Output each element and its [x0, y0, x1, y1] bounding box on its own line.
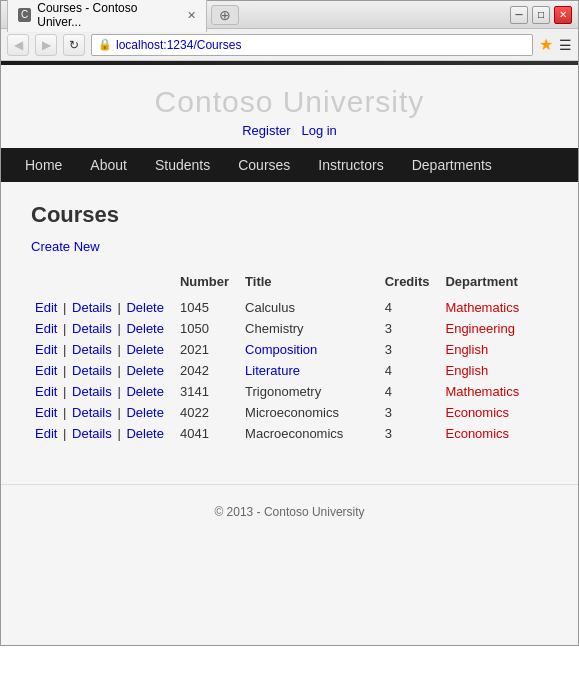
sep1: | [59, 363, 70, 378]
refresh-button[interactable]: ↻ [63, 34, 85, 56]
login-link[interactable]: Log in [301, 123, 336, 138]
footer-text: © 2013 - Contoso University [214, 505, 364, 519]
row-credits: 4 [381, 360, 442, 381]
edit-link[interactable]: Edit [35, 384, 57, 399]
details-link[interactable]: Details [72, 405, 112, 420]
row-title[interactable]: Composition [241, 339, 381, 360]
details-link[interactable]: Details [72, 384, 112, 399]
sep2: | [114, 384, 125, 399]
row-actions: Edit | Details | Delete [31, 318, 176, 339]
minimize-button[interactable]: ─ [510, 6, 528, 24]
edit-link[interactable]: Edit [35, 321, 57, 336]
row-title: Chemistry [241, 318, 381, 339]
details-link[interactable]: Details [72, 300, 112, 315]
delete-link[interactable]: Delete [126, 300, 164, 315]
col-header-actions [31, 270, 176, 297]
table-row: Edit | Details | Delete4022Microeconomic… [31, 402, 548, 423]
sep1: | [59, 384, 70, 399]
col-header-credits: Credits [381, 270, 442, 297]
bookmark-button[interactable]: ★ [539, 35, 553, 54]
delete-link[interactable]: Delete [126, 342, 164, 357]
sep2: | [114, 321, 125, 336]
row-credits: 3 [381, 339, 442, 360]
details-link[interactable]: Details [72, 342, 112, 357]
col-header-number: Number [176, 270, 241, 297]
row-actions: Edit | Details | Delete [31, 402, 176, 423]
details-link[interactable]: Details [72, 426, 112, 441]
edit-link[interactable]: Edit [35, 426, 57, 441]
row-credits: 3 [381, 402, 442, 423]
row-number: 4041 [176, 423, 241, 444]
row-number: 4022 [176, 402, 241, 423]
new-tab-button[interactable]: ⊕ [211, 5, 239, 25]
row-department: Engineering [441, 318, 548, 339]
auth-links: Register Log in [1, 123, 578, 138]
row-title: Calculus [241, 297, 381, 318]
details-link[interactable]: Details [72, 363, 112, 378]
row-actions: Edit | Details | Delete [31, 297, 176, 318]
row-credits: 4 [381, 297, 442, 318]
table-row: Edit | Details | Delete2042Literature4En… [31, 360, 548, 381]
window-controls: ─ □ ✕ [510, 6, 572, 24]
tab-close-button[interactable]: ✕ [187, 9, 196, 22]
nav-about[interactable]: About [76, 148, 141, 182]
sep1: | [59, 321, 70, 336]
row-actions: Edit | Details | Delete [31, 339, 176, 360]
table-row: Edit | Details | Delete1050Chemistry3Eng… [31, 318, 548, 339]
row-number: 1045 [176, 297, 241, 318]
table-row: Edit | Details | Delete2021Composition3E… [31, 339, 548, 360]
browser-tab[interactable]: C Courses - Contoso Univer... ✕ [7, 0, 207, 32]
row-title[interactable]: Literature [241, 360, 381, 381]
close-button[interactable]: ✕ [554, 6, 572, 24]
page-footer: © 2013 - Contoso University [1, 484, 578, 539]
page-header: Contoso University Register Log in [1, 65, 578, 148]
edit-link[interactable]: Edit [35, 342, 57, 357]
title-link[interactable]: Literature [245, 363, 300, 378]
nav-home[interactable]: Home [11, 148, 76, 182]
page-content: Contoso University Register Log in Home … [1, 65, 578, 645]
sep1: | [59, 405, 70, 420]
nav-departments[interactable]: Departments [398, 148, 506, 182]
maximize-button[interactable]: □ [532, 6, 550, 24]
delete-link[interactable]: Delete [126, 405, 164, 420]
menu-button[interactable]: ☰ [559, 37, 572, 53]
edit-link[interactable]: Edit [35, 300, 57, 315]
tab-favicon: C [18, 8, 31, 22]
row-number: 3141 [176, 381, 241, 402]
sep2: | [114, 363, 125, 378]
nav-courses[interactable]: Courses [224, 148, 304, 182]
sep1: | [59, 300, 70, 315]
sep2: | [114, 300, 125, 315]
delete-link[interactable]: Delete [126, 363, 164, 378]
delete-link[interactable]: Delete [126, 426, 164, 441]
address-text: localhost:1234/Courses [116, 38, 241, 52]
lock-icon: 🔒 [98, 38, 112, 51]
sep1: | [59, 426, 70, 441]
sep2: | [114, 426, 125, 441]
delete-link[interactable]: Delete [126, 321, 164, 336]
row-number: 2042 [176, 360, 241, 381]
edit-link[interactable]: Edit [35, 405, 57, 420]
forward-button[interactable]: ▶ [35, 34, 57, 56]
details-link[interactable]: Details [72, 321, 112, 336]
nav-students[interactable]: Students [141, 148, 224, 182]
tab-bar: C Courses - Contoso Univer... ✕ ⊕ [7, 0, 506, 32]
row-department: Economics [441, 402, 548, 423]
nav-instructors[interactable]: Instructors [304, 148, 397, 182]
address-bar-row: ◀ ▶ ↻ 🔒 localhost:1234/Courses ★ ☰ [1, 29, 578, 61]
address-bar[interactable]: 🔒 localhost:1234/Courses [91, 34, 533, 56]
row-credits: 3 [381, 318, 442, 339]
table-row: Edit | Details | Delete4041Macroeconomic… [31, 423, 548, 444]
register-link[interactable]: Register [242, 123, 290, 138]
row-actions: Edit | Details | Delete [31, 423, 176, 444]
browser-window: C Courses - Contoso Univer... ✕ ⊕ ─ □ ✕ … [0, 0, 579, 646]
col-header-title: Title [241, 270, 381, 297]
create-new-link[interactable]: Create New [31, 239, 100, 254]
delete-link[interactable]: Delete [126, 384, 164, 399]
table-row: Edit | Details | Delete3141Trigonometry4… [31, 381, 548, 402]
row-department: English [441, 339, 548, 360]
back-button[interactable]: ◀ [7, 34, 29, 56]
edit-link[interactable]: Edit [35, 363, 57, 378]
table-row: Edit | Details | Delete1045Calculus4Math… [31, 297, 548, 318]
title-link[interactable]: Composition [245, 342, 317, 357]
